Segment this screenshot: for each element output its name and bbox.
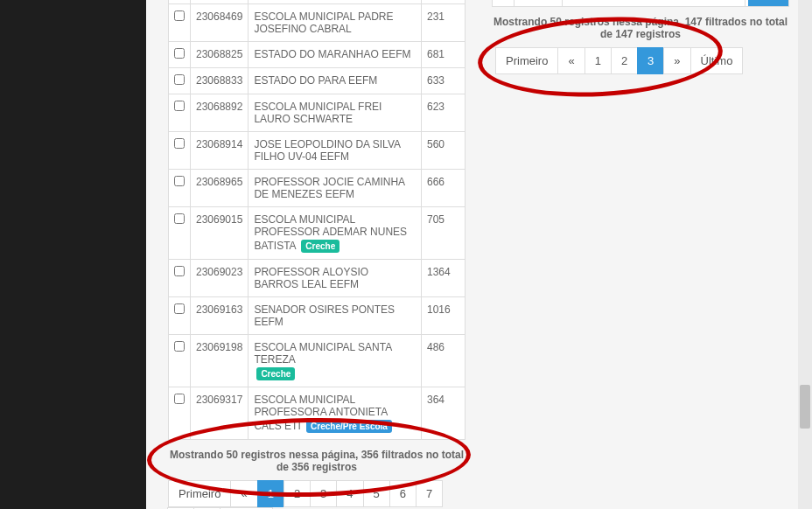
table-row: 23069015ESCOLA MUNICIPAL PROFESSOR ADEMA… (169, 207, 466, 260)
dark-sidebar (0, 0, 146, 509)
row-checkbox[interactable] (174, 48, 185, 59)
pagination-page[interactable]: 7 (416, 480, 443, 507)
table-row: 23068825ESTADO DO MARANHAO EEFM681 (169, 42, 466, 68)
row-count: 633 (422, 68, 466, 94)
row-count: 560 (422, 132, 466, 170)
table-row: 5... (493, 0, 789, 7)
pagination-page[interactable]: 3 (310, 480, 337, 507)
row-code: 23068825 (191, 42, 248, 68)
pagination-page[interactable]: 4 (336, 480, 363, 507)
row-checkbox[interactable] (174, 101, 185, 111)
table-row: 23069023PROFESSOR ALOYSIO BARROS LEAL EE… (169, 260, 466, 297)
pagination-page[interactable]: 2 (611, 47, 638, 74)
table-row: 23069317ESCOLA MUNICIPAL PROFESSORA ANTO… (169, 387, 466, 440)
table-row: 23069163SENADOR OSIRES PONTES EEFM1016 (169, 297, 466, 335)
content-area: CARVALHO23068469ESCOLA MUNICIPAL PADRE J… (146, 0, 812, 509)
left-pagination: Primeiro«12345678»Último (168, 480, 466, 509)
pagination-first[interactable]: Primeiro (168, 480, 231, 507)
row-code: 23069015 (191, 207, 248, 260)
row-name: JOSE LEOPOLDINO DA SILVA FILHO UV-04 EEF… (248, 132, 422, 170)
scrollbar-track[interactable] (798, 0, 812, 509)
row-name: SENADOR OSIRES PONTES EEFM (248, 297, 422, 335)
row-name: ESCOLA MUNICIPAL FREI LAURO SCHWARTE (248, 94, 422, 132)
right-pagination: Primeiro«123»Último (495, 47, 789, 74)
row-checkbox[interactable] (174, 394, 185, 404)
right-table: 5... (492, 0, 789, 7)
table-row: 23069198ESCOLA MUNICIPAL SANTA TEREZACre… (169, 335, 466, 387)
row-count: 666 (422, 170, 466, 207)
table-row: 23068469ESCOLA MUNICIPAL PADRE JOSEFINO … (169, 4, 466, 42)
row-name: ESCOLA MUNICIPAL PROFESSORA ANTONIETA CA… (248, 387, 422, 440)
row-checkbox[interactable] (174, 213, 185, 224)
row-count: 1016 (422, 297, 466, 335)
pagination-prev[interactable]: « (557, 47, 584, 74)
row-code: 23068833 (191, 68, 248, 94)
left-panel: CARVALHO23068469ESCOLA MUNICIPAL PADRE J… (168, 0, 466, 509)
pagination-page[interactable]: 3 (637, 47, 664, 74)
pagination-prev[interactable]: « (230, 480, 257, 507)
pagination-page[interactable]: 5 (363, 480, 390, 507)
left-summary: Mostrando 50 registros nessa página, 356… (168, 449, 466, 473)
row-name: ESCOLA MUNICIPAL PROFESSOR ADEMAR NUNES … (248, 207, 422, 260)
left-table: CARVALHO23068469ESCOLA MUNICIPAL PADRE J… (168, 0, 466, 440)
right-summary: Mostrando 50 registros nessa página, 147… (492, 16, 789, 40)
row-count: 1364 (422, 260, 466, 297)
table-row: 23068965PROFESSOR JOCIE CAMINHA DE MENEZ… (169, 170, 466, 207)
row-name (563, 0, 746, 7)
row-code: 23069317 (191, 387, 248, 440)
row-checkbox[interactable] (174, 74, 185, 85)
row-name: ESCOLA MUNICIPAL PADRE JOSEFINO CABRAL (248, 4, 422, 42)
row-badge: 5... (748, 0, 788, 6)
pagination-page[interactable]: 1 (584, 47, 612, 74)
row-code: 23069163 (191, 297, 248, 335)
row-checkbox[interactable] (174, 138, 185, 149)
scrollbar-thumb[interactable] (800, 385, 810, 429)
pagination-page[interactable]: 2 (284, 480, 311, 507)
row-checkbox[interactable] (174, 266, 185, 276)
row-count: 231 (422, 4, 466, 42)
row-badge: Creche (301, 240, 340, 253)
row-badge: Creche/Pré Escola (306, 420, 392, 433)
table-row: 23068914JOSE LEOPOLDINO DA SILVA FILHO U… (169, 132, 466, 170)
pagination-page[interactable]: 1 (257, 480, 284, 507)
pagination-page[interactable]: 6 (389, 480, 416, 507)
row-name: PROFESSOR ALOYSIO BARROS LEAL EEFM (248, 260, 422, 297)
pagination-next[interactable]: » (663, 47, 690, 74)
row-checkbox[interactable] (174, 10, 185, 21)
row-code (514, 0, 563, 7)
row-count: 705 (422, 207, 466, 260)
row-code: 23068469 (191, 4, 248, 42)
pagination-first[interactable]: Primeiro (495, 47, 558, 74)
row-name: ESTADO DO MARANHAO EEFM (248, 42, 422, 68)
table-row: 23068892ESCOLA MUNICIPAL FREI LAURO SCHW… (169, 94, 466, 132)
row-count: 486 (422, 335, 466, 387)
row-code: 23068914 (191, 132, 248, 170)
right-panel: 5... Mostrando 50 registros nessa página… (492, 0, 789, 83)
table-row: 23068833ESTADO DO PARA EEFM633 (169, 68, 466, 94)
row-code: 23069023 (191, 260, 248, 297)
row-code: 23069198 (191, 335, 248, 387)
row-count: 681 (422, 42, 466, 68)
row-checkbox[interactable] (174, 341, 185, 352)
pagination-last[interactable]: Último (690, 47, 744, 74)
row-name: PROFESSOR JOCIE CAMINHA DE MENEZES EEFM (248, 170, 422, 207)
row-code: 23068892 (191, 94, 248, 132)
row-checkbox[interactable] (174, 176, 185, 186)
row-badge: Creche (256, 367, 295, 380)
row-code: 23068965 (191, 170, 248, 207)
row-name: ESTADO DO PARA EEFM (248, 68, 422, 94)
row-checkbox[interactable] (174, 303, 185, 314)
row-count: 623 (422, 94, 466, 132)
row-name: ESCOLA MUNICIPAL SANTA TEREZACreche (248, 335, 422, 387)
row-count: 364 (422, 387, 466, 440)
